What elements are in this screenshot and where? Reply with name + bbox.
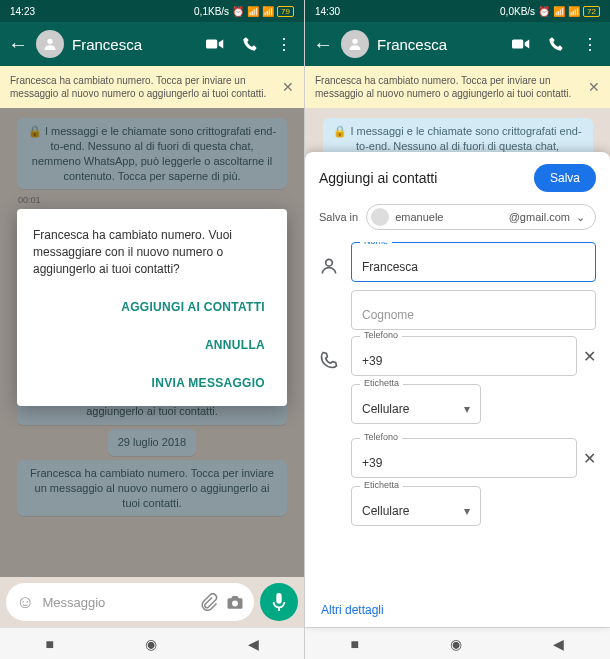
call-icon[interactable] — [242, 36, 258, 52]
save-button[interactable]: Salva — [534, 164, 596, 192]
signal-icon: 📶 — [247, 6, 259, 17]
sheet-title: Aggiungi ai contatti — [319, 170, 437, 186]
label-field-2[interactable]: Etichetta Cellulare ▾ — [351, 486, 481, 526]
dialog-scrim: Francesca ha cambiato numero. Vuoi messa… — [0, 108, 304, 577]
banner-text: Francesca ha cambiato numero. Tocca per … — [315, 74, 582, 100]
status-time: 14:23 — [10, 6, 35, 17]
chevron-down-icon: ⌄ — [576, 211, 585, 224]
nav-home-icon[interactable]: ◉ — [450, 636, 462, 652]
number-changed-dialog: Francesca ha cambiato numero. Vuoi messa… — [17, 209, 287, 405]
account-domain: @gmail.com — [509, 211, 570, 223]
message-input[interactable]: ☺ Messaggio — [6, 583, 254, 621]
signal-icon: 📶 — [553, 6, 565, 17]
add-contact-sheet: Aggiungi ai contatti Salva Salva in eman… — [305, 152, 610, 627]
phone-label: Telefono — [360, 330, 402, 340]
surname-field[interactable]: Cognome — [351, 290, 596, 330]
name-value: Francesca — [362, 260, 418, 274]
status-time: 14:30 — [315, 6, 340, 17]
phone-value: +39 — [362, 354, 382, 368]
alarm-icon: ⏰ — [538, 6, 550, 17]
alarm-icon: ⏰ — [232, 6, 244, 17]
account-name: emanuele — [395, 211, 443, 223]
status-bar: 14:30 0,0KB/s ⏰ 📶 📶 72 — [305, 0, 610, 22]
menu-icon[interactable]: ⋮ — [582, 35, 598, 54]
number-changed-banner[interactable]: Francesca ha cambiato numero. Tocca per … — [0, 66, 304, 108]
camera-icon[interactable] — [226, 594, 244, 610]
nav-back-icon[interactable]: ◀ — [248, 636, 259, 652]
svg-point-4 — [352, 39, 357, 44]
phone-left: 14:23 0,1KB/s ⏰ 📶 📶 79 ← Francesca ⋮ Fra… — [0, 0, 305, 659]
tag-label: Etichetta — [360, 480, 403, 490]
chat-header: ← Francesca ⋮ — [0, 22, 304, 66]
cancel-button[interactable]: ANNULLA — [199, 330, 271, 360]
svg-rect-3 — [276, 593, 281, 604]
close-icon[interactable]: ✕ — [282, 78, 294, 96]
banner-text: Francesca ha cambiato numero. Tocca per … — [10, 74, 276, 100]
svg-point-2 — [232, 601, 238, 607]
label-field-1[interactable]: Etichetta Cellulare ▾ — [351, 384, 481, 424]
more-details-link[interactable]: Altri dettagli — [319, 595, 596, 619]
phone-field-2[interactable]: Telefono +39 — [351, 438, 577, 478]
mic-button[interactable] — [260, 583, 298, 621]
svg-rect-5 — [512, 40, 523, 49]
avatar[interactable] — [36, 30, 64, 58]
status-bar: 14:23 0,1KB/s ⏰ 📶 📶 79 — [0, 0, 304, 22]
contact-name[interactable]: Francesca — [377, 36, 504, 53]
number-changed-banner[interactable]: Francesca ha cambiato numero. Tocca per … — [305, 66, 610, 108]
video-call-icon[interactable] — [206, 37, 224, 51]
nav-back-icon[interactable]: ◀ — [553, 636, 564, 652]
chat-area: 🔒 I messaggi e le chiamate sono crittogr… — [0, 108, 304, 577]
contact-name[interactable]: Francesca — [72, 36, 198, 53]
save-in-label: Salva in — [319, 211, 358, 223]
battery-icon: 72 — [583, 6, 600, 17]
phone-value: +39 — [362, 456, 382, 470]
emoji-icon[interactable]: ☺ — [16, 592, 34, 613]
surname-placeholder: Cognome — [362, 308, 414, 322]
tag-value: Cellulare — [362, 504, 409, 518]
message-placeholder: Messaggio — [42, 595, 192, 610]
android-nav: ■ ◉ ◀ — [305, 627, 610, 659]
phone-label: Telefono — [360, 432, 402, 442]
clear-icon[interactable]: ✕ — [583, 347, 596, 366]
video-call-icon[interactable] — [512, 37, 530, 51]
dropdown-icon: ▾ — [464, 402, 470, 416]
nav-recent-icon[interactable]: ■ — [351, 636, 359, 652]
back-icon[interactable]: ← — [313, 33, 333, 56]
svg-rect-1 — [206, 40, 217, 49]
dialog-text: Francesca ha cambiato numero. Vuoi messa… — [33, 227, 271, 277]
name-label: Nome — [360, 242, 392, 246]
back-icon[interactable]: ← — [8, 33, 28, 56]
svg-point-0 — [47, 39, 52, 44]
avatar[interactable] — [341, 30, 369, 58]
send-message-button[interactable]: INVIA MESSAGGIO — [146, 368, 271, 398]
phone-field-1[interactable]: Telefono +39 — [351, 336, 577, 376]
menu-icon[interactable]: ⋮ — [276, 35, 292, 54]
account-selector[interactable]: emanuele @gmail.com ⌄ — [366, 204, 596, 230]
message-bar: ☺ Messaggio — [0, 577, 304, 627]
battery-icon: 79 — [277, 6, 294, 17]
account-avatar — [371, 208, 389, 226]
wifi-icon: 📶 — [262, 6, 274, 17]
person-icon — [319, 242, 341, 276]
call-icon[interactable] — [548, 36, 564, 52]
name-field[interactable]: Nome Francesca — [351, 242, 596, 282]
status-net: 0,0KB/s — [500, 6, 535, 17]
nav-recent-icon[interactable]: ■ — [45, 636, 53, 652]
clear-icon[interactable]: ✕ — [583, 449, 596, 468]
attach-icon[interactable] — [200, 593, 218, 611]
wifi-icon: 📶 — [568, 6, 580, 17]
android-nav: ■ ◉ ◀ — [0, 627, 304, 659]
nav-home-icon[interactable]: ◉ — [145, 636, 157, 652]
phone-right: 14:30 0,0KB/s ⏰ 📶 📶 72 ← Francesca ⋮ Fra… — [305, 0, 610, 659]
add-to-contacts-button[interactable]: AGGIUNGI AI CONTATTI — [115, 292, 271, 322]
svg-point-6 — [326, 259, 333, 266]
chat-header: ← Francesca ⋮ — [305, 22, 610, 66]
status-net: 0,1KB/s — [194, 6, 229, 17]
tag-value: Cellulare — [362, 402, 409, 416]
tag-label: Etichetta — [360, 378, 403, 388]
close-icon[interactable]: ✕ — [588, 78, 600, 96]
phone-icon — [319, 336, 341, 370]
dropdown-icon: ▾ — [464, 504, 470, 518]
